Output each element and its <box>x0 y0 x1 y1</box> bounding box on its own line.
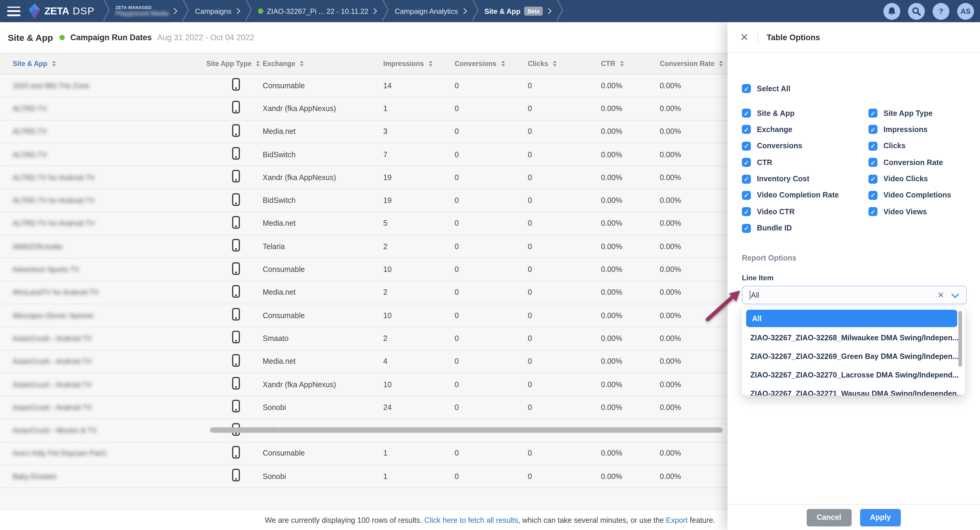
checkbox-checked-icon[interactable]: ✓ <box>869 142 877 151</box>
column-toggle-impressions[interactable]: ✓Impressions <box>869 125 973 134</box>
checkbox-checked-icon[interactable]: ✓ <box>869 174 877 184</box>
column-header-exchange[interactable]: Exchange <box>263 60 383 67</box>
checkbox-checked-icon[interactable]: ✓ <box>742 109 751 118</box>
breadcrumb-item-campaign-analytics[interactable]: Campaign Analytics <box>389 7 472 15</box>
sort-icon[interactable] <box>300 61 304 67</box>
impressions-cell: 10 <box>383 311 455 319</box>
mobile-phone-icon <box>232 239 240 254</box>
checkbox-checked-icon[interactable]: ✓ <box>869 158 877 167</box>
column-toggle-video-completion-rate[interactable]: ✓Video Completion Rate <box>742 191 869 200</box>
ctr-cell: 0.00% <box>601 357 660 366</box>
account-button[interactable]: AS <box>957 3 974 19</box>
checkbox-checked-icon[interactable]: ✓ <box>742 125 751 134</box>
column-toggle-bundle-id[interactable]: ✓Bundle ID <box>742 223 869 233</box>
column-toggle-site-app-type[interactable]: ✓Site App Type <box>869 109 973 118</box>
column-toggle-conversions[interactable]: ✓Conversions <box>742 142 869 151</box>
ctr-cell: 0.00% <box>601 288 660 297</box>
line-item-option-all[interactable]: All <box>746 310 957 327</box>
breadcrumb-item-ziao-32267-pi-22-10-11-22[interactable]: ZIAO-32267_Pi ... 22 - 10.11.22 <box>252 7 382 15</box>
line-item-option[interactable]: ZIAO-32267_ZIAO-32271_Wausau DMA Swing/I… <box>742 384 965 396</box>
breadcrumb-item-campaigns[interactable]: Campaigns <box>189 7 245 15</box>
sort-icon[interactable] <box>719 61 723 67</box>
checkbox-checked-icon[interactable]: ✓ <box>869 109 877 118</box>
breadcrumb-item-playground-media[interactable]: ZETA MANAGEDPlayground Media <box>110 5 182 17</box>
column-toggle-inventory-cost[interactable]: ✓Inventory Cost <box>742 174 869 184</box>
column-toggle-ctr[interactable]: ✓CTR <box>742 158 869 167</box>
checkbox-checked-icon[interactable]: ✓ <box>742 174 751 184</box>
column-toggle-video-clicks[interactable]: ✓Video Clicks <box>869 174 973 184</box>
impressions-cell: 1 <box>383 472 455 481</box>
checkbox-checked-icon[interactable]: ✓ <box>742 84 751 93</box>
site-app-name-redacted: Allrecipes Dinner Spinner <box>13 311 151 319</box>
site-app-name-redacted: AsianCrush - Android TV <box>13 334 151 343</box>
column-header-clicks[interactable]: Clicks <box>528 60 601 67</box>
sort-icon[interactable] <box>256 61 260 67</box>
search-button[interactable] <box>908 3 925 19</box>
hamburger-menu-icon[interactable] <box>7 6 21 16</box>
notifications-button[interactable] <box>883 3 900 19</box>
line-item-option[interactable]: ZIAO-32267_ZIAO-32269_Green Bay DMA Swin… <box>742 347 965 366</box>
site-app-name-redacted: Adventure Sports TV <box>13 265 151 274</box>
help-button[interactable]: ? <box>932 3 950 19</box>
column-toggle-video-ctr[interactable]: ✓Video CTR <box>742 208 869 216</box>
report-options-heading: Report Options <box>742 254 797 262</box>
select-all-checkbox-row[interactable]: ✓ Select All <box>742 84 791 93</box>
clicks-cell: 0 <box>528 472 601 481</box>
breadcrumb-separator <box>183 0 189 23</box>
column-toggle-conversion-rate[interactable]: ✓Conversion Rate <box>869 158 973 167</box>
column-header-ctr[interactable]: CTR <box>601 60 660 67</box>
dropdown-scrollbar[interactable] <box>958 311 962 367</box>
apply-button[interactable]: Apply <box>860 509 901 526</box>
checkbox-checked-icon[interactable]: ✓ <box>742 223 751 233</box>
close-icon[interactable]: ✕ <box>740 32 749 42</box>
column-header-site-app[interactable]: Site & App <box>13 60 206 67</box>
column-toggle-label: Video CTR <box>757 208 795 216</box>
column-header-impressions[interactable]: Impressions <box>383 60 455 67</box>
checkbox-checked-icon[interactable]: ✓ <box>742 142 751 151</box>
sort-icon[interactable] <box>501 61 505 67</box>
panel-footer: Cancel Apply <box>727 504 980 530</box>
column-header-conversions[interactable]: Conversions <box>455 60 528 67</box>
column-toggle-label: Conversions <box>757 142 802 150</box>
column-toggle-exchange[interactable]: ✓Exchange <box>742 125 869 134</box>
horizontal-scrollbar[interactable] <box>210 427 723 433</box>
sort-icon[interactable] <box>620 61 624 67</box>
line-item-option[interactable]: ZIAO-32267_ZIAO-32270_Lacrosse DMA Swing… <box>742 366 965 384</box>
conversions-cell: 0 <box>455 449 528 458</box>
column-toggle-label: CTR <box>757 158 772 166</box>
chevron-down-icon[interactable] <box>951 290 959 298</box>
fetch-all-results-link[interactable]: Click here to fetch all results <box>424 516 518 524</box>
breadcrumb-label: Campaign Analytics <box>395 7 458 15</box>
impressions-cell: 5 <box>383 219 455 228</box>
checkbox-checked-icon[interactable]: ✓ <box>742 158 751 167</box>
conversions-cell: 0 <box>455 104 528 113</box>
site-app-type-cell <box>206 216 263 231</box>
breadcrumb-item-site-app[interactable]: Site & AppBeta <box>478 6 557 16</box>
text-cursor <box>750 291 750 300</box>
sort-icon[interactable] <box>429 61 433 67</box>
column-header-label: Exchange <box>263 60 295 67</box>
checkbox-checked-icon[interactable]: ✓ <box>742 208 751 216</box>
zeta-dsp-logo[interactable]: ZETA DSP <box>29 3 94 19</box>
breadcrumb-separator <box>472 0 478 23</box>
sort-icon[interactable] <box>52 61 56 67</box>
column-toggle-video-views[interactable]: ✓Video Views <box>869 208 973 216</box>
line-item-option[interactable]: ZIAO-32267_ZIAO-32268_Milwaukee DMA Swin… <box>742 328 965 347</box>
checkbox-checked-icon[interactable]: ✓ <box>869 125 877 134</box>
export-link[interactable]: Export <box>666 516 687 524</box>
line-item-select-input[interactable]: All ✕ <box>742 286 967 304</box>
column-toggle-clicks[interactable]: ✓Clicks <box>869 142 973 151</box>
clicks-cell: 0 <box>528 219 601 228</box>
column-toggle-site-app[interactable]: ✓Site & App <box>742 109 869 118</box>
site-app-type-cell <box>206 147 263 162</box>
checkbox-checked-icon[interactable]: ✓ <box>869 191 877 200</box>
checkbox-checked-icon[interactable]: ✓ <box>742 191 751 200</box>
checkbox-checked-icon[interactable]: ✓ <box>869 208 877 216</box>
clear-icon[interactable]: ✕ <box>937 291 944 300</box>
column-toggle-video-completions[interactable]: ✓Video Completions <box>869 191 973 200</box>
sort-icon[interactable] <box>553 61 557 67</box>
mobile-phone-icon <box>232 354 240 369</box>
column-header-site-app-type[interactable]: Site App Type <box>206 60 263 67</box>
site-app-name-redacted: ALTRD.TV for Android TV <box>13 219 151 228</box>
cancel-button[interactable]: Cancel <box>807 509 851 526</box>
